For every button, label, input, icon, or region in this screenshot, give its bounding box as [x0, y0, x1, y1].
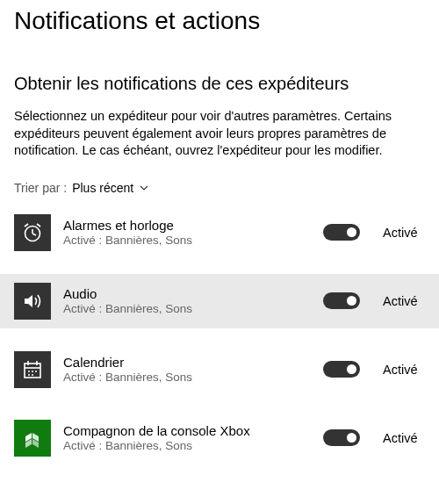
- sender-list: Alarmes et horloge Activé : Bannières, S…: [0, 205, 439, 465]
- svg-point-11: [32, 374, 33, 376]
- page-title: Notifications et actions: [0, 0, 439, 56]
- sender-item-calendrier[interactable]: Calendrier Activé : Bannières, Sons Acti…: [0, 342, 439, 397]
- sender-item-alarmes[interactable]: Alarmes et horloge Activé : Bannières, S…: [0, 205, 439, 260]
- calendar-icon: [14, 351, 51, 388]
- toggle-switch[interactable]: [323, 292, 360, 309]
- sender-text: Compagnon de la console Xbox Activé : Ba…: [63, 423, 311, 452]
- sender-name: Compagnon de la console Xbox: [63, 423, 311, 438]
- toggle-switch[interactable]: [323, 224, 360, 241]
- sender-name: Alarmes et horloge: [63, 218, 311, 233]
- toggle-switch[interactable]: [323, 429, 360, 446]
- chevron-down-icon: [139, 183, 149, 193]
- sender-sub: Activé : Bannières, Sons: [63, 302, 311, 315]
- sender-item-audio[interactable]: Audio Activé : Bannières, Sons Activé: [0, 274, 439, 328]
- toggle-switch[interactable]: [323, 361, 360, 378]
- toggle-label: Activé: [383, 226, 425, 240]
- sender-item-xbox[interactable]: Compagnon de la console Xbox Activé : Ba…: [0, 411, 439, 465]
- sender-text: Alarmes et horloge Activé : Bannières, S…: [63, 218, 311, 247]
- section-title: Obtenir les notifications de ces expédit…: [0, 56, 439, 108]
- sender-sub: Activé : Bannières, Sons: [63, 371, 311, 384]
- svg-point-8: [32, 371, 33, 372]
- svg-point-10: [28, 374, 30, 376]
- svg-point-7: [28, 371, 30, 372]
- alarm-icon: [14, 214, 51, 251]
- sort-value: Plus récent: [72, 181, 133, 195]
- sender-text: Audio Activé : Bannières, Sons: [63, 286, 311, 315]
- speaker-icon: [14, 283, 51, 320]
- toggle-label: Activé: [383, 431, 425, 445]
- toggle-label: Activé: [383, 294, 425, 308]
- toggle-label: Activé: [383, 363, 425, 377]
- sender-name: Audio: [63, 286, 311, 301]
- sender-sub: Activé : Bannières, Sons: [63, 439, 311, 452]
- sort-label: Trier par :: [14, 181, 67, 195]
- xbox-icon: [14, 420, 51, 457]
- sort-dropdown[interactable]: Trier par : Plus récent: [0, 177, 439, 205]
- svg-line-2: [32, 234, 36, 235]
- svg-point-9: [35, 371, 37, 372]
- description-text: Sélectionnez un expéditeur pour voir d'a…: [0, 108, 439, 177]
- sender-sub: Activé : Bannières, Sons: [63, 234, 311, 247]
- sender-text: Calendrier Activé : Bannières, Sons: [63, 355, 311, 384]
- sender-name: Calendrier: [63, 355, 311, 370]
